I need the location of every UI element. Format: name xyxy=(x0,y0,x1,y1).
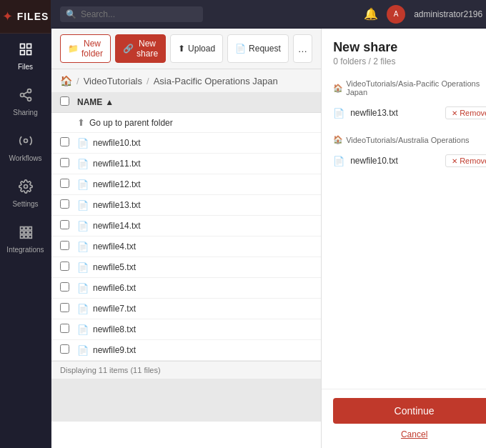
home-icon[interactable]: 🏠 xyxy=(60,75,72,86)
file-checkbox[interactable] xyxy=(60,179,69,188)
file-name-col: 📄 newfile5.txt xyxy=(77,262,312,273)
list-item[interactable]: 📄 newfile12.txt xyxy=(51,174,321,195)
file-checkbox[interactable] xyxy=(60,241,69,250)
file-checkbox[interactable] xyxy=(60,282,69,292)
remove-button[interactable]: ✕ Remove xyxy=(445,106,486,119)
x-icon: ✕ xyxy=(452,157,457,165)
file-checkbox[interactable] xyxy=(60,344,69,354)
file-check-col xyxy=(60,241,77,252)
breadcrumb-part-2[interactable]: Asia-Pacific Operations Japan xyxy=(154,76,278,86)
list-item[interactable]: 📄 newfile8.txt xyxy=(51,319,321,340)
action-bar: 📁 New folder 🔗 New share ⬆ Upload 📄 Requ… xyxy=(51,29,321,69)
workflows-icon xyxy=(19,134,33,151)
panel-header: New share 0 folders / 2 files xyxy=(322,29,486,71)
file-icon: 📄 xyxy=(77,138,89,149)
topbar-right: 🔔 A administrator2196 ▼ xyxy=(364,5,486,24)
file-checkbox[interactable] xyxy=(60,324,69,333)
new-folder-label: New folder xyxy=(81,39,103,59)
remove-label: Remove xyxy=(460,109,486,117)
file-name-col: 📄 newfile6.txt xyxy=(77,283,312,294)
file-name-col: 📄 newfile10.txt xyxy=(77,138,312,149)
sidebar-workflows-label: Workflows xyxy=(9,154,42,162)
list-item[interactable]: 📄 newfile7.txt xyxy=(51,299,321,319)
bell-icon[interactable]: 🔔 xyxy=(364,7,378,21)
new-folder-button[interactable]: 📁 New folder xyxy=(60,34,111,63)
svg-rect-11 xyxy=(20,227,23,230)
logo-icon: ✦ xyxy=(2,9,13,24)
sidebar: ✦ FILES Files Sharing Workflows Settings… xyxy=(0,0,51,448)
request-button[interactable]: 📄 Request xyxy=(227,34,289,63)
file-list-header: NAME ▲ xyxy=(51,92,321,113)
main-area: 🔍 🔔 A administrator2196 ▼ 📁 New folder 🔗 xyxy=(51,0,486,448)
file-status: Displaying 11 items (11 files) xyxy=(51,361,321,379)
file-name: newfile4.txt xyxy=(93,242,136,252)
list-item[interactable]: 📄 newfile14.txt xyxy=(51,216,321,237)
go-up-label: Go up to parent folder xyxy=(89,118,173,128)
integrations-icon xyxy=(19,225,33,243)
file-check-col xyxy=(60,262,77,273)
breadcrumb-part-1[interactable]: VideoTutorials xyxy=(84,76,142,86)
file-icon: 📄 xyxy=(77,262,89,273)
list-item[interactable]: 📄 newfile5.txt xyxy=(51,257,321,278)
list-item[interactable]: 📄 newfile13.txt xyxy=(51,195,321,216)
app-logo: ✦ FILES xyxy=(0,0,51,34)
sidebar-item-files[interactable]: Files xyxy=(0,34,51,79)
file-name: newfile9.txt xyxy=(93,345,136,355)
svg-rect-13 xyxy=(29,227,31,230)
search-box[interactable]: 🔍 xyxy=(60,6,203,22)
svg-point-5 xyxy=(20,94,24,97)
file-checkbox[interactable] xyxy=(60,262,69,271)
file-checkbox[interactable] xyxy=(60,199,69,209)
file-check-col xyxy=(60,344,77,356)
sidebar-integrations-label: Integrations xyxy=(6,246,44,254)
header-name-col[interactable]: NAME ▲ xyxy=(77,97,312,107)
share-path: 🏠VideoTutorials/Asia-Pacific Operations … xyxy=(333,79,486,96)
list-item[interactable]: 📄 newfile6.txt xyxy=(51,278,321,299)
svg-rect-19 xyxy=(29,235,31,238)
file-rows-container: 📄 newfile10.txt 📄 newfile11.txt 📄 newfil… xyxy=(51,133,321,361)
list-item[interactable]: 📄 newfile10.txt xyxy=(51,133,321,154)
continue-button[interactable]: Continue xyxy=(333,398,486,424)
list-item[interactable]: 📄 newfile11.txt xyxy=(51,154,321,174)
list-item[interactable]: 📄 newfile4.txt xyxy=(51,237,321,257)
remove-button[interactable]: ✕ Remove xyxy=(445,154,486,167)
new-share-button[interactable]: 🔗 New share xyxy=(115,34,166,63)
path-text: VideoTutorials/Australia Operations xyxy=(346,136,469,144)
file-name-col: 📄 newfile14.txt xyxy=(77,221,312,232)
file-name: newfile6.txt xyxy=(93,283,136,293)
sidebar-item-sharing[interactable]: Sharing xyxy=(0,79,51,125)
file-checkbox[interactable] xyxy=(60,303,69,312)
sidebar-sharing-label: Sharing xyxy=(13,109,37,116)
sidebar-item-settings[interactable]: Settings xyxy=(0,171,51,216)
right-panel: New share 0 folders / 2 files 🏠VideoTuto… xyxy=(321,29,486,448)
file-name-col: 📄 newfile7.txt xyxy=(77,304,312,314)
file-checkbox[interactable] xyxy=(60,220,69,229)
share-group: 🏠VideoTutorials/Australia Operations 📄 n… xyxy=(333,135,486,171)
go-up-row[interactable]: ⬆ Go up to parent folder xyxy=(51,113,321,133)
file-icon: 📄 xyxy=(77,159,89,169)
file-check-col xyxy=(60,137,77,149)
file-name-col: 📄 newfile9.txt xyxy=(77,345,312,356)
file-checkbox[interactable] xyxy=(60,158,69,167)
more-actions-button[interactable]: … xyxy=(293,34,312,63)
cancel-link[interactable]: Cancel xyxy=(333,429,486,439)
share-group: 🏠VideoTutorials/Asia-Pacific Operations … xyxy=(333,79,486,124)
search-input[interactable] xyxy=(81,9,197,19)
sidebar-item-workflows[interactable]: Workflows xyxy=(0,125,51,171)
sidebar-item-integrations[interactable]: Integrations xyxy=(0,216,51,262)
upload-button[interactable]: ⬆ Upload xyxy=(170,34,223,63)
file-name: newfile11.txt xyxy=(93,159,141,169)
file-name-col: 📄 newfile11.txt xyxy=(77,159,312,169)
new-share-label: New share xyxy=(137,39,158,59)
breadcrumb-sep-1: / xyxy=(76,76,79,86)
share-file-icon: 📄 xyxy=(333,108,344,119)
file-checkbox[interactable] xyxy=(60,137,69,146)
file-name: newfile5.txt xyxy=(93,262,136,272)
sort-asc-icon: ▲ xyxy=(105,97,114,107)
svg-point-9 xyxy=(24,139,27,143)
file-name: newfile8.txt xyxy=(93,324,136,334)
list-item[interactable]: 📄 newfile9.txt xyxy=(51,340,321,361)
select-all-checkbox[interactable] xyxy=(60,96,69,106)
remove-label: Remove xyxy=(460,156,486,165)
request-label: Request xyxy=(249,44,281,54)
